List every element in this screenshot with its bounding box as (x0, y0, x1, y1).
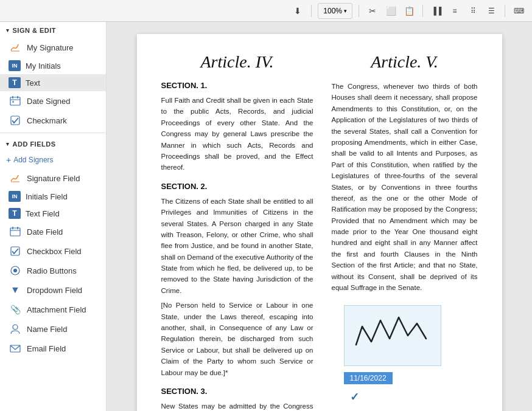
sidebar-item-text-field[interactable]: T Text Field (0, 205, 106, 222)
checkmark-icon (9, 114, 22, 127)
document-area: Article. IV. SECTION. 1. Full Faith and … (107, 22, 532, 411)
add-fields-header[interactable]: ▾ ADD FIELDS (0, 136, 106, 151)
add-signers-label: Add Signers (13, 156, 53, 164)
sidebar-divider-1 (0, 133, 106, 133)
sidebar-item-date-signed[interactable]: Date Signed (0, 91, 106, 111)
attachment-field-icon: 📎 (9, 303, 22, 316)
sidebar-item-checkmark[interactable]: Checkmark (0, 111, 106, 130)
sidebar-item-initials-field[interactable]: IN Initials Field (0, 188, 106, 205)
text-icon: T (9, 77, 21, 88)
section-2b-text: [No Person held to Service or Labour in … (161, 300, 313, 378)
sidebar-item-attachment-field[interactable]: 📎 Attachment Field (0, 300, 106, 319)
zoom-control[interactable]: 100% ▾ (318, 3, 352, 19)
name-field-label: Name Field (27, 325, 67, 334)
checkbox-field-label: Checkbox Field (27, 247, 82, 256)
section-3-text: New States may be admitted by the Congre… (161, 401, 313, 411)
email-field-label: Email Field (27, 344, 66, 353)
add-fields-label: ADD FIELDS (13, 140, 56, 148)
sidebar-item-signature-field[interactable]: Signature Field (0, 168, 106, 188)
calendar-icon (9, 94, 22, 108)
toolbar-separator-3 (422, 5, 423, 17)
add-fields-arrow: ▾ (6, 141, 10, 147)
initials-field-label: Initials Field (26, 192, 68, 201)
article-4-title: Article. IV. (161, 52, 313, 72)
add-signers-plus: + (6, 155, 11, 165)
date-field-label: Date Field (27, 227, 63, 237)
text-label: Text (26, 78, 40, 88)
toolbar: ⬇ 100% ▾ ✂ ⬜ 📋 ▐▐ ≡ ⠿ ☰ ⌨ (0, 0, 532, 22)
align-center-icon[interactable]: ⠿ (466, 4, 480, 18)
download-icon[interactable]: ⬇ (290, 4, 305, 18)
signature-image (350, 308, 435, 363)
email-field-icon (9, 342, 22, 355)
copy-icon[interactable]: ⬜ (383, 4, 398, 18)
name-field-icon (9, 322, 22, 336)
checkbox-field-icon (9, 244, 22, 258)
main-layout: ▾ SIGN & EDIT My Signature IN My Initial… (0, 22, 532, 411)
signature-field-icon (9, 171, 22, 185)
checkmark-field: ✓ (350, 390, 478, 404)
sign-edit-arrow: ▾ (6, 27, 10, 33)
sidebar-item-date-field[interactable]: Date Field (0, 222, 106, 241)
radio-buttons-icon (9, 264, 22, 277)
section-2-title: SECTION. 2. (161, 182, 313, 191)
svg-rect-8 (10, 228, 20, 236)
sidebar-item-name-field[interactable]: Name Field (0, 319, 106, 339)
svg-rect-5 (12, 101, 14, 103)
add-signers-button[interactable]: + Add Signers (0, 151, 106, 168)
section-1-title: SECTION. 1. (161, 81, 313, 90)
keyboard-icon[interactable]: ⌨ (511, 4, 526, 18)
signature-icon (9, 41, 22, 54)
signature-field-label: Signature Field (27, 174, 80, 183)
sidebar-item-my-signature[interactable]: My Signature (0, 38, 106, 57)
sidebar-item-checkbox-field[interactable]: Checkbox Field (0, 241, 106, 261)
sidebar-item-my-initials[interactable]: IN My Initials (0, 57, 106, 74)
toolbar-separator-4 (505, 5, 505, 17)
initials-icon: IN (9, 60, 21, 71)
attachment-field-label: Attachment Field (27, 305, 86, 314)
section-2-text: The Citizens of each State shall be enti… (161, 196, 313, 297)
section-1-text: Full Faith and Credit shall be given in … (161, 95, 313, 173)
sign-edit-header[interactable]: ▾ SIGN & EDIT (0, 22, 106, 38)
bar-chart-icon[interactable]: ▐▐ (429, 4, 444, 18)
sidebar-item-email-field[interactable]: Email Field (0, 339, 106, 358)
text-field-label: Text Field (26, 209, 60, 218)
dropdown-field-label: Dropdown Field (27, 286, 82, 295)
sidebar-item-dropdown-field[interactable]: ▼ Dropdown Field (0, 280, 106, 300)
article-4-column: Article. IV. SECTION. 1. Full Faith and … (161, 52, 313, 411)
svg-point-14 (13, 269, 17, 272)
date-field-icon (9, 225, 22, 238)
zoom-value: 100% (323, 7, 342, 15)
paste-icon[interactable]: 📋 (402, 4, 416, 18)
initials-field-icon: IN (9, 191, 21, 202)
align-left-icon[interactable]: ≡ (447, 4, 462, 18)
toolbar-separator-2 (359, 5, 359, 17)
toolbar-separator-1 (311, 5, 312, 17)
signature-box (344, 305, 441, 366)
article-5-title: Article. V. (332, 52, 478, 72)
date-signed-label: Date Signed (27, 97, 71, 106)
text-field-icon: T (9, 208, 21, 219)
my-signature-label: My Signature (27, 43, 74, 52)
sidebar: ▾ SIGN & EDIT My Signature IN My Initial… (0, 22, 107, 411)
radio-buttons-label: Radio Buttons (27, 266, 77, 275)
cut-icon[interactable]: ✂ (365, 4, 380, 18)
checkmark-label: Checkmark (27, 116, 67, 125)
my-initials-label: My Initials (26, 61, 61, 71)
sidebar-item-text[interactable]: T Text (0, 74, 106, 91)
zoom-dropdown-icon: ▾ (344, 8, 347, 14)
document-page: Article. IV. SECTION. 1. Full Faith and … (137, 34, 502, 411)
svg-point-15 (13, 325, 18, 330)
svg-rect-1 (10, 97, 20, 105)
article-5-column: Article. V. The Congress, whenever two t… (326, 52, 478, 411)
section-3-title: SECTION. 3. (161, 387, 313, 396)
sign-edit-label: SIGN & EDIT (13, 27, 57, 34)
date-badge: 11/16/2022 (344, 372, 393, 384)
dropdown-field-icon: ▼ (9, 283, 22, 297)
article-5-text: The Congress, whenever two thirds of bot… (332, 81, 478, 293)
sidebar-item-radio-buttons[interactable]: Radio Buttons (0, 261, 106, 280)
align-right-icon[interactable]: ☰ (484, 4, 499, 18)
